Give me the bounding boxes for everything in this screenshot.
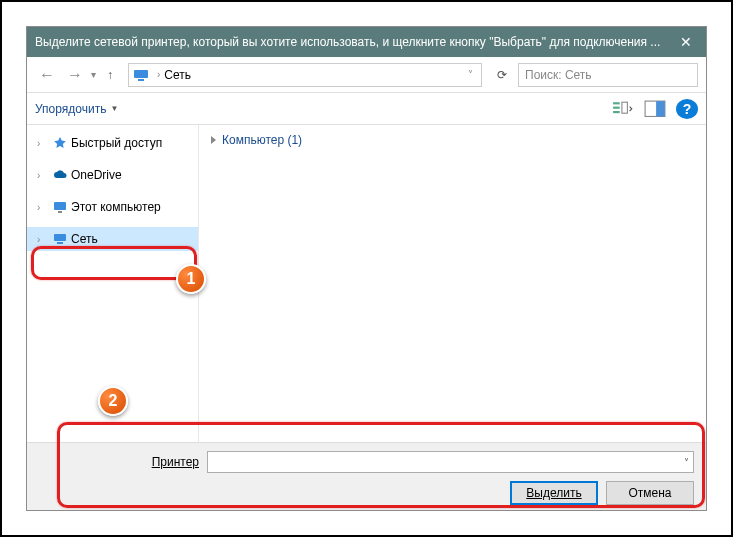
- star-icon: [51, 136, 69, 150]
- sidebar-item-network[interactable]: › Сеть: [27, 227, 198, 251]
- select-button[interactable]: Выделить: [510, 481, 598, 505]
- svg-rect-9: [58, 211, 62, 213]
- cloud-icon: [51, 168, 69, 182]
- view-options-button[interactable]: [612, 99, 634, 119]
- search-placeholder: Поиск: Сеть: [525, 68, 592, 82]
- search-input[interactable]: Поиск: Сеть: [518, 63, 698, 87]
- preview-pane-button[interactable]: [644, 99, 666, 119]
- network-icon: [133, 67, 149, 83]
- title-text: Выделите сетевой принтер, который вы хот…: [35, 35, 666, 49]
- chevron-right-icon: ›: [37, 202, 49, 213]
- svg-rect-3: [613, 106, 620, 108]
- svg-rect-10: [54, 234, 66, 241]
- content-area[interactable]: Компьютер (1): [199, 125, 706, 442]
- navigation-sidebar: › Быстрый доступ › OneDrive › Этот компь…: [27, 125, 199, 442]
- close-button[interactable]: ✕: [666, 27, 706, 57]
- recent-dropdown-icon[interactable]: ▾: [91, 69, 96, 80]
- svg-rect-2: [613, 102, 620, 104]
- monitor-icon: [51, 200, 69, 214]
- sidebar-item-onedrive[interactable]: › OneDrive: [27, 163, 198, 187]
- title-bar: Выделите сетевой принтер, который вы хот…: [27, 27, 706, 57]
- svg-rect-11: [57, 242, 63, 244]
- address-bar[interactable]: › Сеть ˅: [128, 63, 482, 87]
- printer-select[interactable]: ˅: [207, 451, 694, 473]
- network-icon: [51, 232, 69, 246]
- cancel-button[interactable]: Отмена: [606, 481, 694, 505]
- back-button[interactable]: ←: [35, 63, 59, 87]
- toolbar: Упорядочить ▼ ?: [27, 93, 706, 125]
- sidebar-item-quick-access[interactable]: › Быстрый доступ: [27, 131, 198, 155]
- svg-rect-1: [138, 79, 144, 81]
- forward-button[interactable]: →: [63, 63, 87, 87]
- refresh-button[interactable]: ⟳: [490, 63, 514, 87]
- dialog-window: Выделите сетевой принтер, который вы хот…: [26, 26, 707, 511]
- printer-label: Принтер: [39, 455, 199, 469]
- bottom-panel: Принтер ˅ Выделить Отмена: [27, 442, 706, 510]
- group-header[interactable]: Компьютер (1): [211, 133, 694, 147]
- chevron-down-icon: ˅: [684, 457, 689, 468]
- address-text: Сеть: [164, 68, 191, 82]
- help-button[interactable]: ?: [676, 99, 698, 119]
- chevron-down-icon: ▼: [110, 104, 118, 113]
- nav-bar: ← → ▾ ↑ › Сеть ˅ ⟳ Поиск: Сеть: [27, 57, 706, 93]
- chevron-right-icon: ›: [37, 138, 49, 149]
- svg-rect-5: [622, 102, 627, 113]
- svg-rect-8: [54, 202, 66, 210]
- sidebar-item-this-pc[interactable]: › Этот компьютер: [27, 195, 198, 219]
- organize-button[interactable]: Упорядочить ▼: [35, 102, 118, 116]
- svg-rect-0: [134, 70, 148, 78]
- chevron-right-icon: ›: [37, 234, 49, 245]
- svg-rect-7: [656, 101, 665, 116]
- up-button[interactable]: ↑: [100, 65, 120, 85]
- chevron-right-icon: ›: [153, 69, 164, 80]
- address-dropdown-icon[interactable]: ˅: [464, 69, 477, 80]
- chevron-right-icon: ›: [37, 170, 49, 181]
- svg-rect-4: [613, 111, 620, 113]
